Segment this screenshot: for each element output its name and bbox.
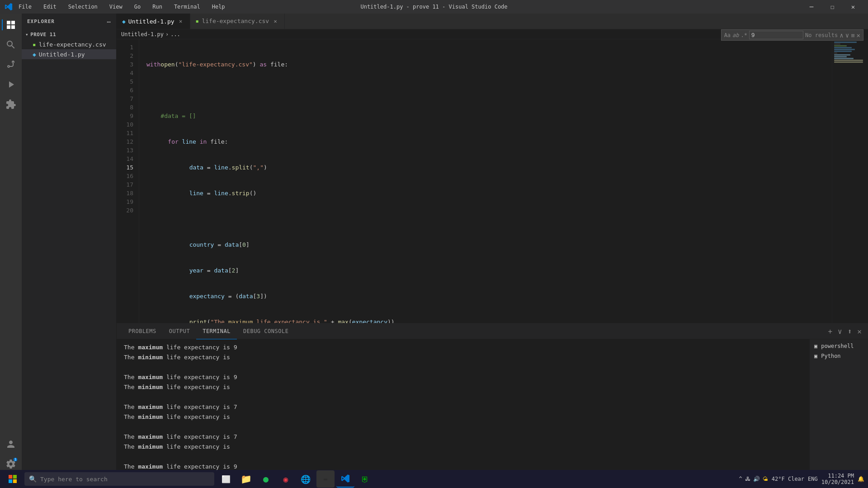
line-num-16: 16 [117,172,133,180]
menu-terminal[interactable]: Terminal [172,3,203,11]
panel-dropdown-btn[interactable]: ∨ [837,326,843,337]
menu-go[interactable]: Go [132,3,143,11]
new-file-icon[interactable]: ⋯ [107,18,111,25]
terminal-python[interactable]: ▣ Python [810,351,868,361]
breadcrumb-row: Untitled-1.py › ... Aa ab .* No results … [117,29,868,39]
terminal-line-7: The maximum life expectancy is 7 [124,403,802,412]
minimize-button[interactable]: ─ [801,0,822,14]
menu-run[interactable]: Run [150,3,165,11]
maximize-button[interactable]: ☐ [822,0,843,14]
terminal-sidebar: ▣ powershell ▣ Python [809,339,868,477]
breadcrumb-ellipsis: ... [170,31,180,38]
sidebar-file-csv[interactable]: ▪ life-expectancy.csv [22,39,116,49]
taskbar-app-unknown1[interactable]: ◉ [277,470,295,488]
search-match-word-btn[interactable]: ab [732,32,739,38]
search-regex-btn[interactable]: .* [741,32,747,38]
menu-file[interactable]: File [16,3,34,11]
menu-selection[interactable]: Selection [66,3,100,11]
language-indicator[interactable]: ENG [808,476,818,482]
taskbar-time-display: 11:24 PM [828,473,854,479]
tab-untitled-py[interactable]: ◆ Untitled-1.py ✕ [117,14,190,29]
tab-csv-label: life-expectancy.csv [202,18,269,24]
start-button[interactable] [4,472,22,486]
terminal-line-6 [124,393,802,402]
activity-search[interactable] [2,36,20,54]
sidebar-header-icons[interactable]: ⋯ [107,18,111,25]
taskbar-app-explorer[interactable]: 📁 [237,470,255,488]
panel-add-btn[interactable]: + [827,326,833,337]
activity-account[interactable] [2,435,20,453]
svg-rect-3 [13,479,17,483]
code-line-3: #data = [] [146,112,832,120]
notification-bell[interactable]: 🔔 [858,476,864,482]
tab-py-icon: ◆ [122,18,126,25]
terminal-powershell[interactable]: ▣ powershell [810,341,868,351]
menu-help[interactable]: Help [210,3,227,11]
taskbar-app-vscode[interactable] [336,470,354,488]
menu-view[interactable]: View [107,3,125,11]
search-next-btn[interactable]: ∨ [845,32,849,39]
code-editor[interactable]: 1 2 3 4 5 6 7 8 9 10 11 12 13 14 15 16 1… [117,39,868,323]
line-num-2: 2 [117,52,133,60]
activity-source-control[interactable] [2,56,20,74]
activity-extensions[interactable] [2,95,20,113]
panel-tab-output[interactable]: OUTPUT [163,324,196,339]
svg-rect-2 [9,479,12,483]
line-num-14: 14 [117,155,133,163]
systray-volume[interactable]: 🔊 [753,476,760,482]
line-num-17: 17 [117,180,133,189]
code-line-9: year = data[2] [146,266,832,275]
terminal-line-11: The minimum life expectancy is [124,442,802,451]
tab-csv-close[interactable]: ✕ [272,18,279,25]
activity-explorer[interactable] [2,16,20,34]
panel-tab-terminal[interactable]: TERMINAL [196,324,237,339]
search-prev-btn[interactable]: ∧ [840,32,843,39]
line-num-12: 12 [117,137,133,146]
tab-py-label: Untitled-1.py [128,18,175,25]
panel-maximize-btn[interactable]: ⬆ [847,326,853,337]
code-line-11: print("The maximum life expectancy is " … [146,318,832,323]
activity-bar: 1 [0,14,22,477]
taskbar-app-spotify[interactable]: ● [257,470,275,488]
terminal-python-label: Python [821,353,840,359]
systray-network[interactable]: 🖧 [745,476,750,482]
taskbar-app-unknown2[interactable]: ▬ [316,470,335,488]
taskbar-app-chrome[interactable]: 🌐 [297,470,315,488]
terminal-line-1: The maximum life expectancy is 9 [124,343,802,352]
search-match-case-btn[interactable]: Aa [724,32,731,38]
line-num-8: 8 [117,103,133,112]
window-controls[interactable]: ─ ☐ ✕ [801,0,863,14]
terminal-content[interactable]: The maximum life expectancy is 9 The min… [117,339,809,477]
close-button[interactable]: ✕ [843,0,863,14]
panel-tab-debug[interactable]: DEBUG CONSOLE [237,324,295,339]
panel-tab-problems[interactable]: PROBLEMS [122,324,163,339]
systray: ^ 🖧 🔊 🌤 [739,476,768,482]
code-line-7 [146,215,832,223]
title-bar-menu[interactable]: File Edit Selection View Go Run Terminal… [16,3,227,11]
tab-py-close[interactable]: ✕ [177,18,184,25]
systray-chevron[interactable]: ^ [739,476,742,482]
systray-battery[interactable]: 🌤 [763,476,768,482]
window-title: Untitled-1.py - prove 11 - Visual Studio… [360,4,507,10]
menu-edit[interactable]: Edit [41,3,59,11]
taskbar-app-taskview[interactable]: ⬜ [217,470,235,488]
tab-csv[interactable]: ▪ life-expectancy.csv ✕ [190,14,285,29]
sidebar-file-py[interactable]: ◆ Untitled-1.py [22,49,116,59]
title-bar: File Edit Selection View Go Run Terminal… [0,0,868,14]
search-close-btn[interactable]: ✕ [857,32,860,39]
line-num-20: 20 [117,206,133,215]
panel-close-btn[interactable]: ✕ [856,326,863,337]
code-line-10: expectancy = (data[3]) [146,292,832,300]
taskbar-clock[interactable]: 11:24 PM 10/20/2021 [821,473,854,485]
terminal-line-9 [124,422,802,432]
code-content[interactable]: with open("life-expectancy.csv") as file… [139,39,832,323]
activity-run-debug[interactable] [2,75,20,94]
weather-display[interactable]: 42°F Clear [772,476,804,482]
search-options-btn[interactable]: ≡ [851,32,854,39]
taskbar-app-vpn[interactable]: ⛨ [356,470,374,488]
project-header[interactable]: ▾ PROVE 11 [22,29,116,39]
panel: PROBLEMS OUTPUT TERMINAL DEBUG CONSOLE +… [117,323,868,477]
panel-controls: + ∨ ⬆ ✕ [827,326,863,337]
find-input[interactable] [749,31,803,39]
taskbar-search-box[interactable]: 🔍 Type here to search [24,472,214,486]
